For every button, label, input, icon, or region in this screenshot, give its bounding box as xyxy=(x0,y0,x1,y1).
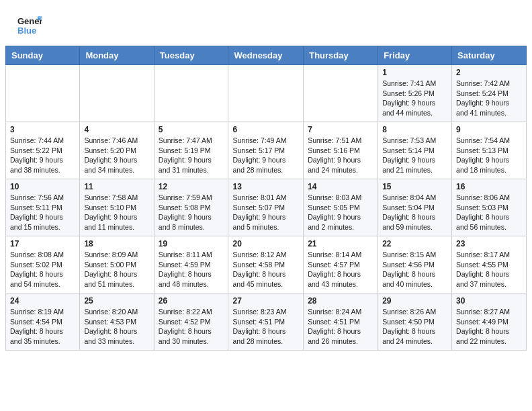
calendar-cell: 18Sunrise: 8:09 AM Sunset: 5:00 PM Dayli… xyxy=(80,236,154,293)
day-info: Sunrise: 7:53 AM Sunset: 5:14 PM Dayligh… xyxy=(382,136,447,175)
calendar-cell: 24Sunrise: 8:19 AM Sunset: 4:54 PM Dayli… xyxy=(6,293,80,351)
calendar-cell xyxy=(80,65,154,122)
day-number: 5 xyxy=(159,125,224,134)
day-info: Sunrise: 8:06 AM Sunset: 5:03 PM Dayligh… xyxy=(456,193,522,232)
calendar-cell: 14Sunrise: 8:03 AM Sunset: 5:05 PM Dayli… xyxy=(304,179,378,236)
calendar-cell xyxy=(228,65,304,122)
calendar-cell: 26Sunrise: 8:22 AM Sunset: 4:52 PM Dayli… xyxy=(154,293,228,351)
day-number: 22 xyxy=(382,239,447,248)
calendar-cell: 2Sunrise: 7:42 AM Sunset: 5:24 PM Daylig… xyxy=(452,65,527,122)
calendar-table: SundayMondayTuesdayWednesdayThursdayFrid… xyxy=(5,46,527,351)
calendar-cell: 5Sunrise: 7:47 AM Sunset: 5:19 PM Daylig… xyxy=(154,122,228,179)
day-number: 20 xyxy=(232,239,299,248)
day-info: Sunrise: 7:51 AM Sunset: 5:16 PM Dayligh… xyxy=(308,136,373,175)
calendar-cell: 1Sunrise: 7:41 AM Sunset: 5:26 PM Daylig… xyxy=(378,65,452,122)
day-number: 1 xyxy=(382,68,447,77)
calendar-cell: 17Sunrise: 8:08 AM Sunset: 5:02 PM Dayli… xyxy=(6,236,80,293)
header-day-thursday: Thursday xyxy=(304,46,378,65)
day-info: Sunrise: 7:54 AM Sunset: 5:13 PM Dayligh… xyxy=(456,136,522,175)
day-info: Sunrise: 7:56 AM Sunset: 5:11 PM Dayligh… xyxy=(10,193,75,232)
logo: General Blue xyxy=(16,12,42,40)
calendar-cell: 28Sunrise: 8:24 AM Sunset: 4:51 PM Dayli… xyxy=(304,293,378,351)
calendar-cell: 11Sunrise: 7:58 AM Sunset: 5:10 PM Dayli… xyxy=(80,179,154,236)
calendar-cell xyxy=(154,65,228,122)
header-day-tuesday: Tuesday xyxy=(154,46,228,65)
day-number: 24 xyxy=(10,296,75,306)
day-number: 3 xyxy=(10,125,75,134)
calendar-cell: 4Sunrise: 7:46 AM Sunset: 5:20 PM Daylig… xyxy=(80,122,154,179)
day-info: Sunrise: 8:09 AM Sunset: 5:00 PM Dayligh… xyxy=(84,250,149,289)
calendar-cell: 3Sunrise: 7:44 AM Sunset: 5:22 PM Daylig… xyxy=(6,122,80,179)
day-number: 11 xyxy=(84,182,149,191)
day-info: Sunrise: 8:20 AM Sunset: 4:53 PM Dayligh… xyxy=(84,307,149,347)
calendar-cell: 8Sunrise: 7:53 AM Sunset: 5:14 PM Daylig… xyxy=(378,122,452,179)
day-info: Sunrise: 8:19 AM Sunset: 4:54 PM Dayligh… xyxy=(10,307,75,347)
week-row-1: 1Sunrise: 7:41 AM Sunset: 5:26 PM Daylig… xyxy=(6,65,527,122)
day-number: 28 xyxy=(308,296,373,306)
calendar-cell: 19Sunrise: 8:11 AM Sunset: 4:59 PM Dayli… xyxy=(154,236,228,293)
day-info: Sunrise: 7:59 AM Sunset: 5:08 PM Dayligh… xyxy=(159,193,224,232)
day-info: Sunrise: 8:23 AM Sunset: 4:51 PM Dayligh… xyxy=(232,307,299,347)
day-number: 17 xyxy=(10,239,75,248)
day-number: 8 xyxy=(382,125,447,134)
calendar-cell: 10Sunrise: 7:56 AM Sunset: 5:11 PM Dayli… xyxy=(6,179,80,236)
day-info: Sunrise: 8:04 AM Sunset: 5:04 PM Dayligh… xyxy=(382,193,447,232)
week-row-3: 10Sunrise: 7:56 AM Sunset: 5:11 PM Dayli… xyxy=(6,179,527,236)
calendar-cell: 16Sunrise: 8:06 AM Sunset: 5:03 PM Dayli… xyxy=(452,179,527,236)
day-number: 7 xyxy=(308,125,373,134)
day-info: Sunrise: 8:03 AM Sunset: 5:05 PM Dayligh… xyxy=(308,193,373,232)
day-info: Sunrise: 8:08 AM Sunset: 5:02 PM Dayligh… xyxy=(10,250,75,289)
header-day-monday: Monday xyxy=(80,46,154,65)
day-info: Sunrise: 8:26 AM Sunset: 4:50 PM Dayligh… xyxy=(382,307,447,347)
day-info: Sunrise: 7:44 AM Sunset: 5:22 PM Dayligh… xyxy=(10,136,75,175)
week-row-5: 24Sunrise: 8:19 AM Sunset: 4:54 PM Dayli… xyxy=(6,293,527,351)
header-day-sunday: Sunday xyxy=(6,46,80,65)
calendar-cell xyxy=(6,65,80,122)
day-number: 9 xyxy=(456,125,522,134)
header-day-wednesday: Wednesday xyxy=(228,46,304,65)
day-info: Sunrise: 7:41 AM Sunset: 5:26 PM Dayligh… xyxy=(382,79,447,118)
svg-text:Blue: Blue xyxy=(17,26,36,36)
calendar-header: SundayMondayTuesdayWednesdayThursdayFrid… xyxy=(6,46,527,65)
day-info: Sunrise: 8:12 AM Sunset: 4:58 PM Dayligh… xyxy=(232,250,299,289)
day-number: 10 xyxy=(10,182,75,191)
calendar-cell: 13Sunrise: 8:01 AM Sunset: 5:07 PM Dayli… xyxy=(228,179,304,236)
day-number: 13 xyxy=(232,182,299,191)
day-info: Sunrise: 7:46 AM Sunset: 5:20 PM Dayligh… xyxy=(84,136,149,175)
day-number: 30 xyxy=(456,296,522,306)
calendar-cell: 7Sunrise: 7:51 AM Sunset: 5:16 PM Daylig… xyxy=(304,122,378,179)
day-info: Sunrise: 8:15 AM Sunset: 4:56 PM Dayligh… xyxy=(382,250,447,289)
calendar-cell: 27Sunrise: 8:23 AM Sunset: 4:51 PM Dayli… xyxy=(228,293,304,351)
day-number: 12 xyxy=(159,182,224,191)
calendar-body: 1Sunrise: 7:41 AM Sunset: 5:26 PM Daylig… xyxy=(6,65,527,351)
header-day-friday: Friday xyxy=(378,46,452,65)
day-number: 25 xyxy=(84,296,149,306)
day-number: 19 xyxy=(159,239,224,248)
day-number: 6 xyxy=(232,125,299,134)
day-number: 29 xyxy=(382,296,447,306)
calendar-cell: 21Sunrise: 8:14 AM Sunset: 4:57 PM Dayli… xyxy=(304,236,378,293)
calendar-cell: 29Sunrise: 8:26 AM Sunset: 4:50 PM Dayli… xyxy=(378,293,452,351)
day-number: 4 xyxy=(84,125,149,134)
day-number: 27 xyxy=(232,296,299,306)
day-info: Sunrise: 8:27 AM Sunset: 4:49 PM Dayligh… xyxy=(456,307,522,347)
day-number: 16 xyxy=(456,182,522,191)
calendar-cell: 12Sunrise: 7:59 AM Sunset: 5:08 PM Dayli… xyxy=(154,179,228,236)
day-number: 21 xyxy=(308,239,373,248)
day-info: Sunrise: 7:47 AM Sunset: 5:19 PM Dayligh… xyxy=(159,136,224,175)
header-day-saturday: Saturday xyxy=(452,46,527,65)
day-info: Sunrise: 8:24 AM Sunset: 4:51 PM Dayligh… xyxy=(308,307,373,347)
week-row-2: 3Sunrise: 7:44 AM Sunset: 5:22 PM Daylig… xyxy=(6,122,527,179)
calendar-cell: 6Sunrise: 7:49 AM Sunset: 5:17 PM Daylig… xyxy=(228,122,304,179)
day-info: Sunrise: 8:01 AM Sunset: 5:07 PM Dayligh… xyxy=(232,193,299,232)
calendar-cell xyxy=(304,65,378,122)
day-info: Sunrise: 7:42 AM Sunset: 5:24 PM Dayligh… xyxy=(456,79,522,118)
calendar-cell: 30Sunrise: 8:27 AM Sunset: 4:49 PM Dayli… xyxy=(452,293,527,351)
day-info: Sunrise: 7:58 AM Sunset: 5:10 PM Dayligh… xyxy=(84,193,149,232)
calendar-cell: 25Sunrise: 8:20 AM Sunset: 4:53 PM Dayli… xyxy=(80,293,154,351)
calendar-cell: 15Sunrise: 8:04 AM Sunset: 5:04 PM Dayli… xyxy=(378,179,452,236)
calendar-wrapper: SundayMondayTuesdayWednesdayThursdayFrid… xyxy=(0,46,532,359)
week-row-4: 17Sunrise: 8:08 AM Sunset: 5:02 PM Dayli… xyxy=(6,236,527,293)
day-info: Sunrise: 8:14 AM Sunset: 4:57 PM Dayligh… xyxy=(308,250,373,289)
day-info: Sunrise: 8:11 AM Sunset: 4:59 PM Dayligh… xyxy=(159,250,224,289)
